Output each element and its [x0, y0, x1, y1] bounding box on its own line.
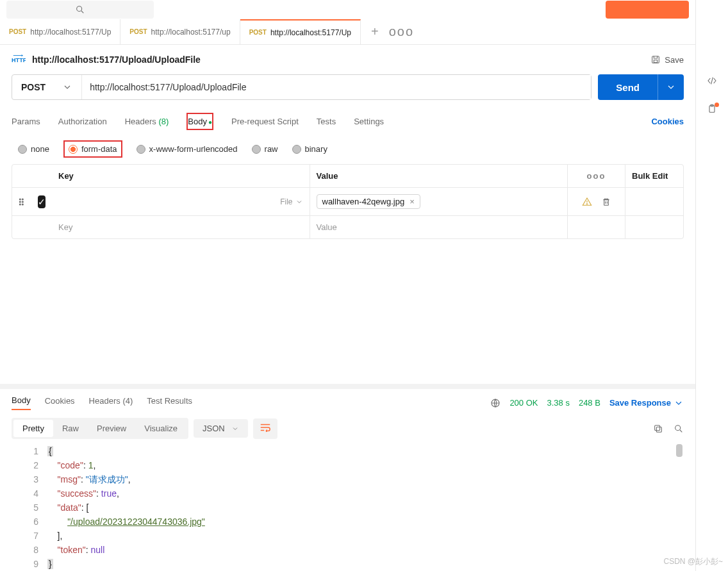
watermark: CSDN @彭小彭~ [663, 556, 723, 567]
remove-file-button[interactable]: × [410, 197, 415, 206]
tab-title: http://localhost:5177/Up [270, 28, 351, 37]
drag-handle-icon[interactable] [17, 197, 27, 207]
save-icon [650, 54, 661, 65]
resp-tab-cookies[interactable]: Cookies [45, 396, 75, 410]
tab-tests[interactable]: Tests [317, 114, 336, 129]
row-enable-checkbox[interactable]: ✓ [38, 195, 46, 208]
search-icon[interactable] [674, 424, 684, 434]
svg-point-15 [675, 425, 681, 430]
resp-tab-tests[interactable]: Test Results [147, 396, 192, 410]
tab-request-2[interactable]: POST http://localhost:5177/up [120, 19, 240, 44]
body-type-xwww[interactable]: x-www-form-urlencoded [136, 144, 238, 154]
globe-icon[interactable] [490, 398, 500, 408]
save-response-button[interactable]: Save Response [609, 398, 684, 408]
body-type-form-data[interactable]: form-data [63, 140, 122, 158]
view-raw[interactable]: Raw [53, 420, 88, 437]
tab-settings[interactable]: Settings [354, 114, 384, 129]
radio-icon [292, 145, 301, 154]
tab-authorization[interactable]: Authorization [58, 114, 107, 129]
save-button[interactable]: Save [650, 54, 684, 65]
format-select[interactable]: JSON [194, 419, 248, 438]
tab-request-3[interactable]: POST http://localhost:5177/Up [240, 19, 361, 44]
pane-separator[interactable] [0, 384, 695, 389]
delete-icon[interactable] [601, 197, 611, 207]
send-dropdown[interactable] [658, 74, 684, 100]
radio-icon [136, 145, 145, 154]
upgrade-button[interactable] [606, 1, 689, 19]
tab-request-1[interactable]: POST http://localhost:5177/Up [0, 19, 120, 44]
add-tab-button[interactable]: + [371, 24, 379, 39]
view-pretty[interactable]: Pretty [13, 420, 53, 437]
chevron-down-icon [62, 82, 72, 92]
table-header: Key Value ooo Bulk Edit [12, 165, 683, 188]
svg-point-5 [22, 199, 23, 200]
right-sidebar [696, 0, 728, 571]
search-icon [75, 4, 85, 15]
status-code: 200 OK [509, 398, 538, 408]
key-cell[interactable]: File [52, 188, 310, 215]
svg-text:HTTP: HTTP [12, 57, 26, 63]
value-cell[interactable]: wallhaven-42qewg.jpg × [310, 188, 568, 215]
file-name: wallhaven-42qewg.jpg [322, 197, 405, 206]
chevron-down-icon [674, 398, 684, 408]
radio-icon [18, 145, 27, 154]
chevron-down-icon [231, 425, 239, 433]
body-type-none[interactable]: none [18, 144, 49, 154]
tab-prerequest[interactable]: Pre-request Script [231, 114, 299, 129]
copy-icon[interactable] [653, 424, 663, 434]
url-input[interactable] [82, 75, 591, 99]
tab-more-button[interactable]: ooo [389, 24, 414, 39]
resp-tab-headers[interactable]: Headers (4) [89, 396, 133, 410]
header-key: Key [52, 165, 310, 187]
view-mode-tabs: Pretty Raw Preview Visualize [12, 418, 188, 439]
clipboard-button[interactable] [707, 104, 717, 116]
file-chip: wallhaven-42qewg.jpg × [317, 194, 420, 209]
response-body: 1 2 3 4 5 6 7 8 9 { "code": 1, "msg": "请… [12, 444, 684, 571]
warning-icon [582, 197, 592, 207]
resp-tab-body[interactable]: Body [12, 395, 31, 410]
svg-point-7 [22, 201, 23, 203]
svg-rect-13 [656, 427, 661, 432]
method-select[interactable]: POST [12, 75, 82, 99]
view-preview[interactable]: Preview [88, 420, 135, 437]
body-type-selector: none form-data x-www-form-urlencoded raw… [12, 137, 684, 164]
key-type-select[interactable]: File [280, 197, 302, 206]
global-search-box[interactable] [6, 1, 154, 19]
request-title: http://localhost:5177/Upload/UploadFile [32, 54, 201, 65]
response-view-controls: Pretty Raw Preview Visualize JSON [12, 413, 684, 444]
svg-rect-14 [655, 425, 660, 430]
tab-body[interactable]: Body● [186, 113, 213, 130]
tab-params[interactable]: Params [12, 114, 40, 129]
request-tabs-bar: POST http://localhost:5177/Up POST http:… [0, 19, 695, 45]
send-button[interactable]: Send [598, 74, 684, 100]
scrollbar[interactable] [676, 444, 682, 457]
view-visualize[interactable]: Visualize [135, 420, 186, 437]
svg-point-4 [19, 199, 21, 200]
wrap-lines-button[interactable] [253, 418, 277, 439]
tab-headers[interactable]: Headers (8) [125, 114, 169, 129]
bulk-edit-button[interactable]: Bulk Edit [625, 165, 683, 187]
table-row: ✓ File wallhaven-42qewg.jpg × [12, 188, 683, 216]
body-type-binary[interactable]: binary [292, 144, 327, 154]
header-value: Value [310, 165, 568, 187]
key-input[interactable]: Key [52, 216, 310, 238]
status-time: 3.38 s [547, 398, 569, 408]
body-type-raw[interactable]: raw [252, 144, 278, 154]
tab-method: POST [249, 29, 267, 36]
tab-method: POST [129, 28, 147, 35]
radio-icon [252, 145, 261, 154]
chevron-down-icon [666, 82, 676, 92]
tab-actions: + ooo [361, 19, 424, 44]
cookies-link[interactable]: Cookies [651, 117, 684, 126]
columns-more-button[interactable]: ooo [587, 171, 606, 181]
code-content[interactable]: { "code": 1, "msg": "请求成功", "success": t… [47, 444, 684, 571]
radio-icon [69, 145, 78, 154]
method-value: POST [21, 82, 46, 92]
svg-point-0 [77, 6, 82, 12]
wrap-icon [260, 423, 271, 432]
code-icon[interactable] [707, 76, 717, 86]
value-input[interactable]: Value [310, 216, 568, 238]
notification-dot [715, 103, 719, 107]
tab-method: POST [9, 28, 26, 35]
http-icon: HTTP [12, 54, 26, 65]
